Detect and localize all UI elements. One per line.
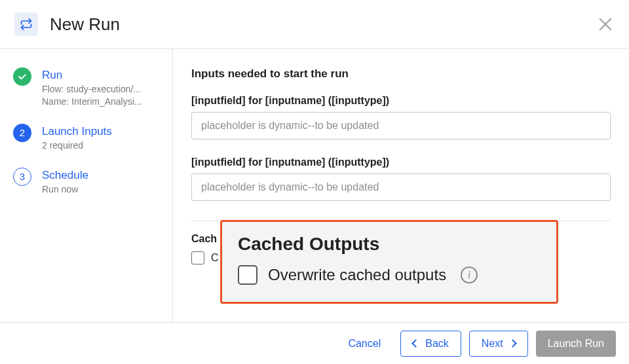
cached-outputs-callout: Cached Outputs Overwrite cached outputs …	[220, 220, 558, 304]
step-title: Launch Inputs	[42, 125, 112, 138]
dialog-title: New Run	[50, 14, 596, 35]
callout-overwrite-label: Overwrite cached outputs	[268, 266, 446, 284]
cancel-button[interactable]: Cancel	[336, 331, 392, 357]
step-title: Run	[42, 69, 142, 82]
overwrite-cached-checkbox[interactable]	[191, 251, 204, 264]
dialog-footer: Cancel Back Next Launch Run	[0, 322, 629, 364]
callout-title: Cached Outputs	[238, 234, 541, 255]
button-label: Cancel	[348, 338, 381, 350]
input-field-2[interactable]	[191, 173, 611, 201]
back-button[interactable]: Back	[400, 331, 461, 357]
step-title: Schedule	[42, 169, 88, 182]
button-label: Launch Run	[548, 338, 604, 350]
step-subtitle: Flow: study-execution/...	[42, 83, 142, 96]
step-subtitle: 2 required	[42, 139, 112, 152]
step-launch-inputs[interactable]: 2 Launch Inputs 2 required	[13, 124, 161, 152]
dialog-header: New Run	[0, 0, 629, 49]
callout-overwrite-checkbox[interactable]	[238, 265, 257, 285]
step-number-icon: 2	[13, 124, 31, 142]
chevron-right-icon	[508, 339, 517, 348]
input-label-1: [inputfield] for [inputname] ([inputtype…	[191, 95, 611, 107]
step-subtitle: Run now	[42, 183, 88, 196]
input-label-2: [inputfield] for [inputname] ([inputtype…	[191, 156, 611, 168]
chevron-left-icon	[411, 339, 420, 348]
button-label: Back	[425, 338, 449, 350]
input-field-1[interactable]	[191, 112, 611, 139]
section-heading: Inputs needed to start the run	[191, 67, 611, 81]
step-run[interactable]: Run Flow: study-execution/... Name: Inte…	[13, 67, 161, 108]
wizard-sidebar: Run Flow: study-execution/... Name: Inte…	[0, 49, 173, 322]
overwrite-cached-label: C	[211, 252, 219, 264]
next-button[interactable]: Next	[469, 331, 528, 357]
step-subtitle: Name: Interim_Analysi...	[42, 96, 142, 108]
button-label: Next	[482, 338, 503, 350]
check-icon	[13, 67, 31, 86]
step-number-icon: 3	[13, 168, 31, 186]
launch-run-button[interactable]: Launch Run	[536, 331, 616, 357]
repeat-icon	[14, 12, 38, 36]
step-schedule[interactable]: 3 Schedule Run now	[13, 168, 161, 196]
close-button[interactable]	[596, 15, 615, 33]
info-icon[interactable]: i	[461, 266, 478, 283]
